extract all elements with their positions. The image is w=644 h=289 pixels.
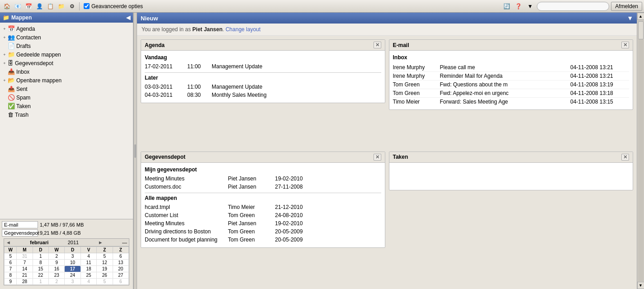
cal-day[interactable]: 20 (113, 266, 128, 272)
search-input[interactable] (537, 2, 609, 11)
cal-day[interactable]: 3 (65, 253, 80, 260)
dropdown-icon[interactable]: ▼ (525, 1, 535, 11)
home-icon[interactable]: 🏠 (2, 1, 12, 11)
sidebar-item-gedeelde[interactable]: + 📁 Gedeelde mappen (0, 50, 133, 59)
taken-widget-close[interactable]: ✕ (621, 154, 629, 161)
sidebar-item-gegevensdepot[interactable]: + 🗄 Gegevensdepot (0, 59, 133, 67)
inbox-icon: 📥 (8, 68, 15, 75)
agenda-date-1: 03-03-2011 (145, 84, 185, 90)
cal-day[interactable]: 23 (49, 272, 65, 279)
cal-day[interactable]: 28 (17, 279, 33, 285)
cal-month: februari (30, 240, 48, 245)
email-row-0: Irene Murphy Please call me 04-11-2008 1… (393, 63, 630, 72)
change-layout-link[interactable]: Change layout (226, 26, 260, 33)
email-widget-header: E-mail ✕ (389, 40, 633, 51)
agenda-title-2: Monthly Sales Meeting (212, 92, 381, 98)
cal-day-today[interactable]: 17 (65, 266, 80, 272)
cal-day[interactable]: 26 (97, 272, 113, 279)
cal-day[interactable]: 9 (49, 260, 65, 266)
sidebar-item-openbare[interactable]: + 📂 Openbare mappen (0, 76, 133, 85)
cal-next-button[interactable]: ► (98, 240, 103, 245)
cal-week-9: 9 28 1 2 3 4 5 6 (5, 279, 129, 285)
cal-day[interactable]: 18 (80, 266, 96, 272)
email-widget-close[interactable]: ✕ (621, 42, 629, 48)
scroll-thumb[interactable] (638, 21, 644, 39)
tasks-icon[interactable]: 📋 (45, 1, 55, 11)
expander-taken (2, 104, 7, 109)
cal-day[interactable]: 19 (97, 266, 113, 272)
agenda-time-2: 08:30 (187, 92, 210, 98)
col-sat: Z (97, 247, 113, 253)
cal-day[interactable]: 5 (97, 253, 113, 260)
afmelden-button[interactable]: Afmelden (611, 2, 642, 11)
cal-day[interactable]: 4 (80, 279, 96, 285)
sidebar-item-label-gegevensdepot: Gegevensdepot (15, 60, 53, 66)
depot-owner-a0: Timo Meier (228, 204, 273, 210)
cal-day[interactable]: 16 (49, 266, 65, 272)
cal-day[interactable]: 11 (80, 260, 96, 266)
cal-day[interactable]: 22 (33, 272, 48, 279)
cal-day[interactable]: 25 (80, 272, 96, 279)
cal-day[interactable]: 14 (17, 266, 33, 272)
cal-day[interactable]: 27 (113, 272, 128, 279)
toolbar: 🏠 📧 📅 👤 📋 📁 ⚙ Geavanceerde opties 🔄 ❓ ▼ … (0, 0, 644, 13)
depot-widget-close[interactable]: ✕ (374, 154, 381, 161)
cal-year: 2011 (68, 240, 79, 245)
cal-day[interactable]: 2 (49, 253, 65, 260)
cal-day[interactable]: 24 (65, 272, 80, 279)
cal-prev-button[interactable]: ◄ (6, 240, 11, 245)
cal-day[interactable]: 15 (33, 266, 48, 272)
email-from-4: Timo Meier (393, 99, 438, 105)
cal-day[interactable]: 1 (33, 279, 48, 285)
cal-day[interactable]: 4 (80, 253, 96, 260)
content-dropdown-icon[interactable]: ▼ (627, 14, 633, 22)
help-icon[interactable]: ❓ (513, 1, 523, 11)
cal-day[interactable]: 6 (113, 253, 128, 260)
cal-weeknum: 9 (5, 279, 17, 285)
sidebar-item-drafts[interactable]: 📄 Drafts (0, 42, 133, 50)
sidebar-item-trash[interactable]: 🗑 Trash (0, 110, 133, 119)
cal-minimize-button[interactable]: — (122, 240, 127, 245)
advanced-options-input[interactable] (84, 3, 90, 9)
cal-day[interactable]: 12 (97, 260, 113, 266)
depot-mijn-row-0: Meeting Minutes Piet Jansen 19-02-2010 (145, 175, 381, 183)
storage-depot-label: Gegevensdepot (2, 229, 38, 237)
cal-day[interactable]: 31 (17, 253, 33, 260)
taken-widget-body (389, 163, 633, 190)
depot-widget-body: Mijn gegevensdepot Meeting Minutes Piet … (141, 163, 385, 247)
contacts-icon[interactable]: 👤 (34, 1, 44, 11)
cal-day[interactable]: 21 (17, 272, 33, 279)
depot-mijn-row-1: Customers.doc Piet Jansen 27-11-2008 (145, 183, 381, 191)
sidebar-item-sent[interactable]: 📤 Sent (0, 85, 133, 93)
sidebar-item-inbox[interactable]: 📥 Inbox (0, 67, 133, 76)
advanced-options-checkbox[interactable]: Geavanceerde opties (84, 3, 143, 9)
sidebar-icon: 📁 (3, 14, 9, 21)
cal-day[interactable]: 8 (33, 260, 48, 266)
calendar-icon[interactable]: 📅 (24, 1, 33, 11)
cal-day[interactable]: 6 (113, 279, 128, 285)
agenda-widget-close[interactable]: ✕ (374, 42, 381, 48)
depot-name-a4: Document for budget planning (145, 237, 226, 243)
scroll-down-button[interactable]: ▼ (637, 282, 644, 289)
scroll-track (638, 20, 644, 281)
files-icon[interactable]: 📁 (56, 1, 66, 11)
cal-day[interactable]: 2 (49, 279, 65, 285)
scroll-up-button[interactable]: ▲ (637, 13, 644, 20)
sidebar-item-spam[interactable]: 🚫 Spam (0, 93, 133, 102)
sidebar-resizer[interactable] (133, 13, 137, 289)
cal-day[interactable]: 7 (17, 260, 33, 266)
col-week: W (5, 247, 17, 253)
cal-day[interactable]: 10 (65, 260, 80, 266)
sidebar-item-taken[interactable]: ✅ Taken (0, 102, 133, 110)
sidebar-collapse-icon[interactable]: ◀ (126, 14, 130, 21)
cal-day[interactable]: 5 (97, 279, 113, 285)
email-icon[interactable]: 📧 (13, 1, 23, 11)
sidebar-item-agenda[interactable]: + 📅 Agenda (0, 24, 133, 33)
refresh-icon[interactable]: 🔄 (502, 1, 511, 11)
sidebar-item-contacten[interactable]: + 👥 Contacten (0, 33, 133, 42)
cal-day[interactable]: 13 (113, 260, 128, 266)
cal-day[interactable]: 1 (33, 253, 48, 260)
agenda-row-0: 17-02-2011 11:00 Management Update (145, 62, 381, 71)
settings-icon[interactable]: ⚙ (67, 1, 77, 11)
cal-day[interactable]: 3 (65, 279, 80, 285)
